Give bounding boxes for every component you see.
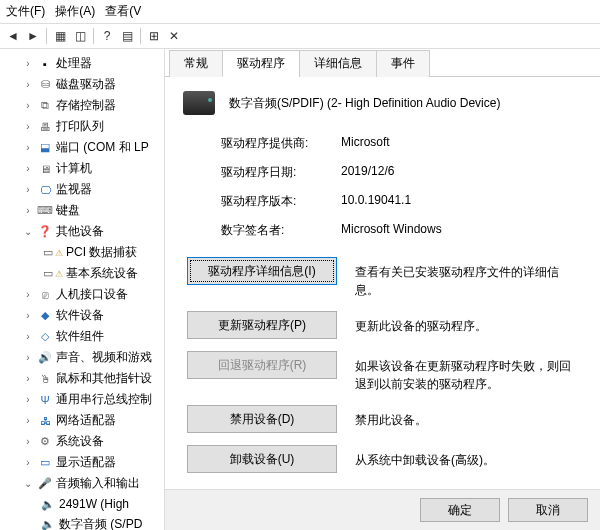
back-icon[interactable]: ◄ [4,27,22,45]
device-icon: ▭ [40,245,56,261]
version-label: 驱动程序版本: [221,193,341,210]
tree-label[interactable]: 处理器 [56,55,92,72]
toolbar-icon[interactable]: ▦ [51,27,69,45]
signer-value: Microsoft Windows [341,222,582,239]
help-icon[interactable]: ? [98,27,116,45]
tree-label[interactable]: 通用串行总线控制 [56,391,152,408]
toolbar-icon[interactable]: ⊞ [145,27,163,45]
tab-driver[interactable]: 驱动程序 [222,50,300,77]
tabs: 常规 驱动程序 详细信息 事件 [165,49,600,77]
device-icon [183,91,215,115]
system-icon: ⚙ [37,434,53,450]
chevron-down-icon[interactable]: ⌄ [22,478,34,489]
usb-icon: Ψ [37,392,53,408]
audio-icon: 🎤 [37,476,53,492]
software-icon: ◆ [37,308,53,324]
update-driver-button[interactable]: 更新驱动程序(P) [187,311,337,339]
tree-label[interactable]: 音频输入和输出 [56,475,140,492]
speaker-icon: 🔈 [40,517,56,531]
tree-label[interactable]: 打印队列 [56,118,104,135]
chevron-right-icon[interactable]: › [22,289,34,300]
tree-label[interactable]: 其他设备 [56,223,104,240]
tree-label[interactable]: 数字音频 (S/PD [59,516,142,530]
hid-icon: ⎚ [37,287,53,303]
chevron-right-icon[interactable]: › [22,163,34,174]
chevron-right-icon[interactable]: › [22,457,34,468]
device-tree[interactable]: ›▪处理器 ›⛁磁盘驱动器 ›⧉存储控制器 ›🖶打印队列 ›⬓端口 (COM 和… [0,49,165,530]
tree-label[interactable]: PCI 数据捕获 [66,244,137,261]
date-value: 2019/12/6 [341,164,582,181]
chevron-right-icon[interactable]: › [22,142,34,153]
menu-view[interactable]: 查看(V [105,3,141,20]
date-label: 驱动程序日期: [221,164,341,181]
tree-label[interactable]: 人机接口设备 [56,286,128,303]
dialog-footer: 确定 取消 [165,489,600,530]
menubar: 文件(F) 操作(A) 查看(V [0,0,600,24]
version-value: 10.0.19041.1 [341,193,582,210]
warning-icon: ⚠ [55,269,63,279]
forward-icon[interactable]: ► [24,27,42,45]
chevron-right-icon[interactable]: › [22,310,34,321]
tree-label[interactable]: 软件组件 [56,328,104,345]
chevron-right-icon[interactable]: › [22,436,34,447]
tree-label[interactable]: 2491W (High [59,497,129,511]
tree-label[interactable]: 显示适配器 [56,454,116,471]
chevron-right-icon[interactable]: › [22,415,34,426]
tree-label[interactable]: 键盘 [56,202,80,219]
network-icon: 🖧 [37,413,53,429]
cancel-button[interactable]: 取消 [508,498,588,522]
tree-label[interactable]: 鼠标和其他指针设 [56,370,152,387]
chevron-right-icon[interactable]: › [22,79,34,90]
warning-icon: ⚠ [55,248,63,258]
signer-label: 数字签名者: [221,222,341,239]
monitor-icon: 🖵 [37,182,53,198]
divider [93,28,94,44]
chevron-right-icon[interactable]: › [22,373,34,384]
tree-label[interactable]: 系统设备 [56,433,104,450]
tree-label[interactable]: 磁盘驱动器 [56,76,116,93]
tree-label[interactable]: 网络适配器 [56,412,116,429]
tab-events[interactable]: 事件 [376,50,430,77]
device-icon: ▭ [40,266,56,282]
tree-label[interactable]: 监视器 [56,181,92,198]
ok-button[interactable]: 确定 [420,498,500,522]
chevron-down-icon[interactable]: ⌄ [22,226,34,237]
properties-panel: 常规 驱动程序 详细信息 事件 数字音频(S/PDIF) (2- High De… [165,49,600,530]
tab-details[interactable]: 详细信息 [299,50,377,77]
component-icon: ◇ [37,329,53,345]
provider-value: Microsoft [341,135,582,152]
menu-action[interactable]: 操作(A) [55,3,95,20]
printer-icon: 🖶 [37,119,53,135]
action-desc: 查看有关已安装驱动程序文件的详细信息。 [355,257,582,299]
action-desc: 如果该设备在更新驱动程序时失败，则回退到以前安装的驱动程序。 [355,351,582,393]
chevron-right-icon[interactable]: › [22,205,34,216]
chevron-right-icon[interactable]: › [22,58,34,69]
rollback-driver-button: 回退驱动程序(R) [187,351,337,379]
toolbar-icon[interactable]: ▤ [118,27,136,45]
cpu-icon: ▪ [37,56,53,72]
keyboard-icon: ⌨ [37,203,53,219]
tab-general[interactable]: 常规 [169,50,223,77]
chevron-right-icon[interactable]: › [22,352,34,363]
chevron-right-icon[interactable]: › [22,100,34,111]
action-desc: 更新此设备的驱动程序。 [355,311,582,335]
chevron-right-icon[interactable]: › [22,394,34,405]
chevron-right-icon[interactable]: › [22,121,34,132]
divider [46,28,47,44]
tree-label[interactable]: 存储控制器 [56,97,116,114]
chevron-right-icon[interactable]: › [22,331,34,342]
tree-label[interactable]: 计算机 [56,160,92,177]
chevron-right-icon[interactable]: › [22,184,34,195]
driver-details-button[interactable]: 驱动程序详细信息(I) [187,257,337,285]
disable-device-button[interactable]: 禁用设备(D) [187,405,337,433]
menu-file[interactable]: 文件(F) [6,3,45,20]
other-icon: ❓ [37,224,53,240]
tree-label[interactable]: 声音、视频和游戏 [56,349,152,366]
uninstall-device-button[interactable]: 卸载设备(U) [187,445,337,473]
toolbar-icon[interactable]: ◫ [71,27,89,45]
toolbar-icon[interactable]: ✕ [165,27,183,45]
tree-label[interactable]: 基本系统设备 [66,265,138,282]
tree-label[interactable]: 端口 (COM 和 LP [56,139,149,156]
port-icon: ⬓ [37,140,53,156]
tree-label[interactable]: 软件设备 [56,307,104,324]
